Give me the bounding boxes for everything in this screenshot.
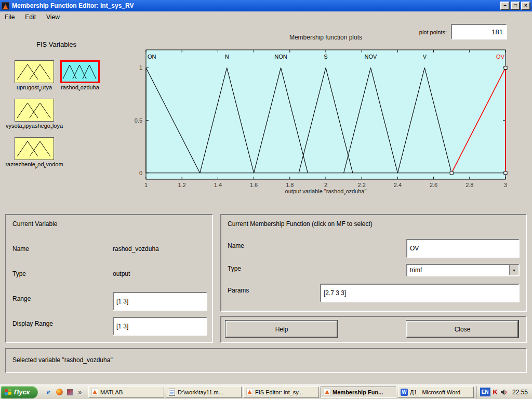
fis-variables-heading: FIS Variables [36, 41, 76, 48]
task-button-fis-editor[interactable]: FIS Editor: int_sy... [243, 387, 319, 398]
maximize-button[interactable]: □ [511, 2, 520, 10]
display-range-input[interactable] [113, 317, 207, 336]
menu-view[interactable]: View [46, 14, 60, 21]
matlab-icon [246, 389, 253, 396]
mf-name-label: Name [228, 242, 244, 249]
dialog-buttons-panel: Help Close [220, 316, 527, 343]
window-title: Membership Function Editor: int_sys_RV [12, 2, 499, 9]
mf-type-label: Type [228, 265, 241, 272]
task-label: Membership Fun... [332, 389, 383, 395]
title-bar: Membership Function Editor: int_sys_RV –… [0, 0, 532, 11]
svg-text:1: 1 [139, 64, 142, 71]
task-button-editor-file[interactable]: D:\work\tay11.m... [166, 387, 242, 398]
mf-type-dropdown[interactable]: trimf ▼ [406, 264, 520, 276]
internet-explorer-icon[interactable]: e [44, 388, 52, 396]
quick-launch-bar: e » [41, 387, 86, 398]
taskbar-clock[interactable]: 22:55 [512, 389, 528, 396]
svg-text:2.6: 2.6 [430, 182, 437, 188]
variable-name-label: Name [12, 245, 29, 252]
variable-label: razrezheniepodsvodom [0, 161, 73, 167]
membership-curves-icon [15, 60, 54, 83]
svg-text:OV: OV [496, 54, 505, 60]
range-input[interactable] [113, 292, 207, 311]
status-text: Selected variable "rashod_vozduha" [12, 356, 113, 364]
quick-launch-app-icon[interactable] [66, 388, 74, 396]
svg-text:2.2: 2.2 [358, 182, 366, 188]
taskbar-tasks: MATLAB D:\work\tay11.m... FIS Editor: in… [86, 387, 476, 398]
svg-text:2.4: 2.4 [394, 182, 402, 188]
antivirus-icon[interactable]: K [493, 388, 498, 396]
menu-edit[interactable]: Edit [25, 14, 36, 21]
menu-bar: File Edit View [0, 11, 532, 23]
app-window: Membership Function Editor: int_sys_RV –… [0, 0, 532, 399]
current-variable-panel: Current Variable Name rashod_vozduha Typ… [5, 214, 213, 343]
svg-text:2: 2 [324, 182, 327, 188]
quick-launch-overflow-icon[interactable]: » [77, 389, 83, 396]
svg-text:1.8: 1.8 [286, 182, 294, 188]
plot-title: Membership function plots [146, 34, 506, 41]
plot-xlabel: output variable "rashodvozduha" [146, 188, 506, 194]
workspace: FIS Variables uprugostputya rashodvozduh… [0, 23, 532, 384]
membership-curves-icon-selected [60, 60, 100, 83]
task-label: FIS Editor: int_sy... [255, 389, 303, 395]
close-button[interactable]: Close [406, 321, 518, 338]
membership-function-plot[interactable]: 11.21.41.61.822.22.42.62.8300.51ONNNONSN… [119, 44, 532, 200]
variable-label: rashodvozduha [41, 84, 119, 90]
svg-text:0: 0 [139, 170, 142, 176]
matlab-icon [91, 389, 98, 396]
volume-icon[interactable] [500, 389, 508, 396]
matlab-app-icon [2, 2, 9, 10]
current-variable-heading: Current Variable [12, 220, 57, 228]
fis-variable-razrezhenie-pod-svodom[interactable]: razrezheniepodsvodom [15, 137, 54, 160]
mf-type-value: trimf [407, 267, 509, 274]
svg-text:1.2: 1.2 [178, 182, 186, 188]
windows-logo-icon [5, 389, 11, 395]
media-player-icon[interactable] [55, 388, 63, 396]
mf-name-input[interactable] [406, 239, 520, 258]
range-label: Range [12, 295, 31, 302]
task-button-membership-editor[interactable]: Membership Fun... [321, 387, 396, 398]
display-range-label: Display Range [12, 320, 53, 327]
membership-curves-icon [15, 99, 54, 122]
svg-text:ON: ON [148, 54, 156, 60]
membership-curves-icon [15, 137, 54, 160]
document-icon [168, 389, 176, 396]
svg-text:NON: NON [274, 54, 287, 60]
status-bar: Selected variable "rashod_vozduha" [5, 348, 527, 373]
menu-file[interactable]: File [5, 14, 15, 21]
svg-text:0.5: 0.5 [135, 117, 142, 124]
fis-variable-uprugost-putya[interactable]: uprugostputya [15, 60, 54, 83]
fis-variable-rashod-vozduha[interactable]: rashodvozduha [60, 60, 100, 83]
svg-text:N: N [225, 54, 229, 60]
svg-text:3: 3 [504, 182, 507, 188]
variable-type-label: Type [12, 270, 26, 277]
start-button[interactable]: Пуск [1, 386, 38, 398]
plot-canvas[interactable]: 11.21.41.61.822.22.42.62.8300.51ONNNONSN… [119, 44, 532, 200]
task-label: D:\work\tay11.m... [178, 389, 223, 395]
current-mf-panel: Current Membership Function (click on MF… [220, 214, 527, 312]
svg-text:1: 1 [144, 182, 148, 188]
task-label: MATLAB [100, 389, 123, 395]
help-button[interactable]: Help [225, 321, 338, 338]
svg-text:V: V [423, 54, 427, 60]
taskbar: Пуск e » MATLAB D:\work\tay11.m... FIS E… [0, 384, 532, 399]
task-label: Д1 - Microsoft Word [410, 389, 460, 395]
minimize-button[interactable]: – [500, 2, 510, 10]
task-button-matlab[interactable]: MATLAB [88, 387, 164, 398]
mf-params-input[interactable] [320, 284, 520, 302]
svg-text:S: S [324, 54, 327, 60]
mf-params-label: Params [228, 287, 249, 294]
chevron-down-icon[interactable]: ▼ [509, 265, 518, 275]
variable-name-value: rashod_vozduha [113, 245, 159, 252]
close-window-button[interactable]: × [521, 2, 530, 10]
svg-text:1.4: 1.4 [214, 182, 222, 188]
fis-variable-vysota-sipyashego-sloya[interactable]: vysotasipyashegosloya [15, 99, 54, 122]
svg-text:NOV: NOV [365, 54, 378, 60]
task-button-word[interactable]: W Д1 - Microsoft Word [398, 387, 474, 398]
svg-text:1.6: 1.6 [250, 182, 258, 188]
variable-type-value: output [113, 270, 130, 277]
system-tray: EN K 22:55 [476, 386, 532, 398]
svg-text:2.8: 2.8 [466, 182, 473, 188]
language-indicator[interactable]: EN [480, 388, 490, 396]
matlab-icon [323, 389, 330, 396]
